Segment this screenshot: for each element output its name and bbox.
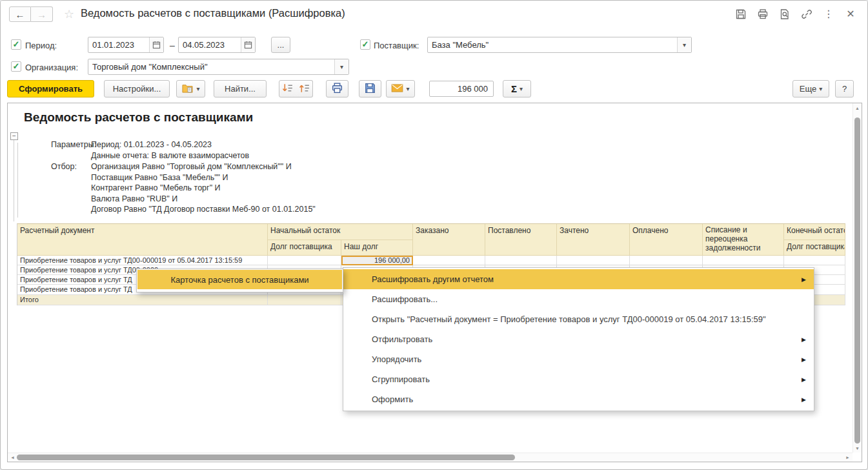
total-row-label[interactable]: Итого bbox=[17, 295, 268, 305]
report-variants-button[interactable]: ▾ bbox=[176, 80, 205, 97]
horizontal-scroll-thumb[interactable] bbox=[17, 455, 515, 460]
organization-label: Организация: bbox=[25, 63, 78, 72]
column-header-closing-balance[interactable]: Конечный остаток bbox=[784, 224, 845, 240]
scroll-down-icon[interactable]: ▼ bbox=[853, 446, 862, 451]
group-collapse-toggle[interactable]: − bbox=[10, 132, 18, 140]
scroll-up-icon[interactable]: ▲ bbox=[853, 106, 862, 110]
selected-cell-our-debt[interactable]: 196 000,00 bbox=[341, 256, 413, 265]
calendar-icon[interactable] bbox=[149, 37, 163, 52]
column-header-writeoff[interactable]: Списание и переоценка задолженности bbox=[703, 224, 784, 256]
table-row-document[interactable]: Приобретение товаров и услуг ТД00-000019… bbox=[17, 256, 268, 265]
column-header-document[interactable]: Расчетный документ bbox=[17, 224, 268, 256]
selection-line: Контрагент Равно "Мебель торг" И bbox=[91, 183, 221, 192]
page-title: Ведомость расчетов с поставщиками (Расши… bbox=[81, 7, 345, 19]
submenu-flyout: Карточка расчетов с поставщиками bbox=[136, 269, 343, 292]
column-header-ordered[interactable]: Заказано bbox=[413, 224, 485, 256]
menu-item-open-document[interactable]: Открыть "Расчетный документ = Приобретен… bbox=[343, 309, 814, 329]
submenu-item-settlement-card[interactable]: Карточка расчетов с поставщиками bbox=[137, 270, 342, 289]
scroll-right-icon[interactable]: ► bbox=[845, 455, 850, 460]
period-checkbox[interactable]: ✓ bbox=[11, 39, 21, 50]
floppy-icon bbox=[364, 82, 376, 96]
period-label: Период: bbox=[25, 41, 57, 50]
chevron-down-icon[interactable]: ▾ bbox=[334, 59, 348, 74]
generate-button[interactable]: Сформировать bbox=[7, 80, 94, 97]
scroll-left-icon[interactable]: ◄ bbox=[10, 455, 15, 460]
settings-button[interactable]: Настройки... bbox=[104, 80, 170, 97]
column-header-paid[interactable]: Оплачено bbox=[630, 224, 703, 256]
autosum-button[interactable]: Σ ▾ bbox=[503, 80, 531, 97]
table-cell[interactable] bbox=[268, 256, 341, 265]
table-cell[interactable] bbox=[703, 256, 784, 265]
period-from-field[interactable]: 01.01.2023 bbox=[88, 37, 164, 53]
params-label: Параметры: bbox=[51, 140, 96, 149]
supplier-combo[interactable]: База "Мебель" ▾ bbox=[427, 37, 692, 53]
vertical-scrollbar[interactable]: ▲ ▼ bbox=[853, 103, 862, 453]
check-icon: ✓ bbox=[13, 39, 20, 49]
close-icon[interactable]: ✕ bbox=[844, 8, 857, 21]
column-header-offset[interactable]: Зачтено bbox=[557, 224, 630, 256]
help-button[interactable]: ? bbox=[835, 80, 854, 97]
column-header-our-debt[interactable]: Наш долг bbox=[341, 240, 413, 256]
print-report-button[interactable] bbox=[326, 80, 348, 97]
period-more-button[interactable]: ... bbox=[271, 37, 290, 53]
table-cell[interactable] bbox=[268, 295, 341, 305]
table-cell[interactable] bbox=[485, 256, 557, 265]
menu-item-drilldown[interactable]: Расшифровать... bbox=[343, 289, 814, 309]
autosum-value-field[interactable]: 196 000 bbox=[429, 81, 494, 97]
minus-icon: − bbox=[12, 132, 16, 139]
link-icon[interactable] bbox=[800, 8, 813, 21]
menu-item-drilldown-other-report[interactable]: Расшифровать другим отчетом ▶ bbox=[343, 269, 814, 289]
horizontal-scrollbar[interactable]: ◄ ► bbox=[8, 453, 853, 462]
vertical-scroll-thumb[interactable] bbox=[854, 118, 860, 444]
send-email-button[interactable]: ▾ bbox=[386, 80, 415, 97]
menu-item-format[interactable]: Оформить ▶ bbox=[343, 389, 814, 409]
selection-line: Договор Равно "ТД Договор поставки Меб-9… bbox=[91, 205, 316, 214]
calendar-icon[interactable] bbox=[241, 37, 255, 52]
ellipsis-icon: ... bbox=[278, 40, 285, 50]
save-icon[interactable] bbox=[734, 8, 747, 21]
chevron-down-icon: ▾ bbox=[196, 85, 199, 92]
supplier-checkbox[interactable]: ✓ bbox=[360, 39, 370, 50]
selection-line: Поставщик Равно "База "Мебель"" И bbox=[91, 173, 228, 182]
menu-item-sort[interactable]: Упорядочить ▶ bbox=[343, 349, 814, 369]
forward-button[interactable]: → bbox=[31, 6, 53, 22]
folder-report-icon bbox=[181, 83, 194, 96]
envelope-icon bbox=[391, 84, 403, 94]
expand-groups-button[interactable] bbox=[296, 80, 313, 97]
collapse-groups-icon bbox=[281, 82, 294, 96]
period-to-field[interactable]: 04.05.2023 bbox=[178, 37, 256, 53]
chevron-down-icon: ▾ bbox=[520, 85, 523, 92]
print-icon[interactable] bbox=[756, 8, 769, 21]
supplier-label: Поставщик: bbox=[374, 41, 419, 50]
save-report-button[interactable] bbox=[359, 80, 381, 97]
column-header-delivered[interactable]: Поставлено bbox=[485, 224, 557, 256]
submenu-arrow-icon: ▶ bbox=[802, 276, 806, 283]
period-to-value: 04.05.2023 bbox=[179, 40, 241, 50]
forward-arrow-icon: → bbox=[37, 9, 46, 20]
organization-combo[interactable]: Торговый дом "Комплексный" ▾ bbox=[88, 59, 349, 75]
selection-line: Организация Равно "Торговый дом "Комплек… bbox=[91, 162, 292, 171]
collapse-groups-button[interactable] bbox=[279, 80, 296, 97]
submenu-arrow-icon: ▶ bbox=[802, 376, 806, 383]
favorite-star-icon[interactable]: ☆ bbox=[64, 7, 74, 21]
more-actions-button[interactable]: Еще ▾ bbox=[792, 80, 829, 97]
table-cell[interactable] bbox=[784, 256, 845, 265]
chevron-down-icon[interactable]: ▾ bbox=[677, 37, 691, 52]
check-icon: ✓ bbox=[13, 61, 20, 71]
table-cell[interactable] bbox=[413, 256, 485, 265]
preview-icon[interactable] bbox=[778, 8, 791, 21]
check-icon: ✓ bbox=[362, 39, 369, 49]
column-header-supplier-debt[interactable]: Долг поставщика bbox=[268, 240, 341, 256]
menu-item-filter[interactable]: Отфильтровать ▶ bbox=[343, 329, 814, 349]
organization-checkbox[interactable]: ✓ bbox=[11, 61, 21, 72]
menu-item-group[interactable]: Сгруппировать ▶ bbox=[343, 369, 814, 389]
back-arrow-icon: ← bbox=[15, 9, 25, 20]
report-title: Ведомость расчетов с поставщиками bbox=[24, 110, 253, 125]
column-header-opening-balance[interactable]: Начальный остаток bbox=[268, 224, 413, 240]
table-cell[interactable] bbox=[630, 256, 703, 265]
column-header-closing-supplier-debt[interactable]: Долг поставщика bbox=[784, 240, 845, 256]
table-cell[interactable] bbox=[557, 256, 630, 265]
back-button[interactable]: ← bbox=[9, 6, 31, 22]
find-button[interactable]: Найти... bbox=[214, 80, 267, 97]
more-options-icon[interactable]: ⋮ bbox=[822, 8, 835, 21]
